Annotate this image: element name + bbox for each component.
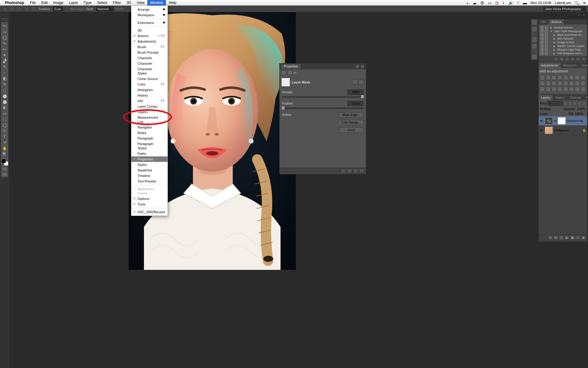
screen-mode-button[interactable] [2, 172, 7, 177]
disclosure-triangle-icon[interactable]: ▶ [553, 37, 556, 40]
antialias-checkbox-label[interactable]: Anti-alias [70, 7, 84, 11]
action-enabled-checkbox[interactable]: ✓ [541, 33, 544, 36]
properties-tab[interactable]: Properties [281, 64, 300, 69]
tool-11[interactable]: ◌ [1, 87, 8, 93]
adjustment-icon-2[interactable] [552, 75, 556, 80]
disclosure-triangle-icon[interactable]: ▶ [553, 34, 556, 36]
new-fill-adjust-icon[interactable]: ◐ [564, 236, 569, 240]
density-slider[interactable] [282, 96, 364, 98]
action-enabled-checkbox[interactable]: ✓ [541, 37, 544, 40]
layers-tab[interactable]: Layers [539, 95, 553, 100]
record-action-icon[interactable] [560, 57, 564, 61]
adjustment-icon-20[interactable] [563, 87, 568, 92]
filter-smart-icon[interactable] [582, 101, 586, 105]
action-row[interactable]: ✓▶Default Actions [540, 26, 586, 29]
menu-window[interactable]: Window [147, 0, 166, 6]
menu-item-notes[interactable]: Notes [131, 130, 168, 136]
properties-panel[interactable]: Properties M... Layer Mask Density: 100% [279, 63, 366, 174]
menu-item-layer-comps[interactable]: Layer Comps [131, 104, 168, 109]
new-selection-button[interactable] [9, 6, 15, 11]
panel-collapse-icon[interactable] [356, 65, 359, 68]
menu-item-styles[interactable]: Styles [131, 162, 168, 167]
adjustment-icon-15[interactable] [581, 81, 586, 86]
tool-21[interactable]: ✋ [1, 145, 8, 151]
tool-18[interactable]: ✎ [1, 128, 8, 134]
battery-icon[interactable]: ▬ [523, 1, 527, 5]
fill-value[interactable]: 100% [575, 112, 586, 116]
foreground-color-swatch[interactable] [2, 159, 6, 163]
cloud-icon[interactable]: ☁ [473, 1, 477, 5]
menu-item-histogram[interactable]: Histogram [131, 87, 168, 93]
tool-4[interactable]: ✂ [1, 46, 8, 52]
spotlight-icon[interactable]: 🔍 [575, 1, 579, 5]
layer-thumbnail[interactable] [545, 127, 553, 134]
quick-mask-button[interactable] [2, 167, 7, 171]
volume-icon[interactable]: 🔊 [508, 1, 513, 5]
layer-style-icon[interactable]: fx [553, 236, 558, 240]
layer-filter-select[interactable]: ≡ [548, 101, 563, 106]
opacity-value[interactable]: 100% [577, 107, 588, 111]
toolbox-grip[interactable] [1, 19, 8, 22]
adjustment-icon-22[interactable] [575, 87, 580, 92]
tool-14[interactable]: ◐ [1, 105, 8, 110]
tool-16[interactable]: ⬚ [1, 116, 8, 122]
menu-item-character[interactable]: Character [131, 61, 168, 66]
adjustment-icon-16[interactable] [540, 87, 545, 92]
tool-19[interactable]: T [1, 134, 8, 140]
menu-item-color[interactable]: ColorF6 [131, 82, 168, 87]
mask-feather-value[interactable]: 0.0 px [348, 101, 364, 106]
adjustment-icon-19[interactable] [557, 87, 562, 92]
add-mask-icon[interactable]: ◯ [559, 236, 564, 240]
adjustment-icon-18[interactable] [552, 87, 556, 92]
tool-10[interactable]: ✎ [1, 81, 8, 87]
adjustment-icon-9[interactable] [546, 81, 551, 86]
folder-icon[interactable]: ▶ [550, 26, 553, 29]
tool-17[interactable]: ◯ [1, 122, 8, 128]
intersect-selection-button[interactable] [31, 6, 37, 11]
tool-7[interactable]: ✎ [1, 64, 8, 70]
delete-mask-icon[interactable] [359, 169, 364, 173]
tool-2[interactable]: ◯ [1, 35, 8, 40]
adjustment-icon-1[interactable] [546, 75, 551, 80]
menu-item-swatches[interactable]: Swatches [131, 167, 168, 173]
folder-icon[interactable]: ▼ [550, 30, 553, 33]
properties-header[interactable]: Properties [280, 63, 366, 69]
adjustment-icon-5[interactable] [569, 75, 574, 80]
adjustment-icon-0[interactable] [540, 75, 545, 80]
tool-13[interactable]: ⬤ [1, 99, 8, 105]
menu-item-dsc-5602flat-psd[interactable]: ✓DSC_5602flat.psd [131, 209, 168, 215]
load-selection-icon[interactable] [341, 169, 346, 173]
tool-20[interactable]: ↗ [1, 140, 8, 145]
tool-3[interactable]: ✎ [1, 40, 8, 46]
new-group-icon[interactable]: ▣ [570, 236, 575, 240]
menu-file[interactable]: File [27, 0, 39, 6]
menu-item-actions[interactable]: ✓Actions⌥F9 [131, 33, 168, 39]
add-vector-mask-button[interactable] [359, 80, 364, 85]
menu-item-properties[interactable]: ✓Properties [131, 156, 168, 162]
menu-item-brush[interactable]: BrushF5 [131, 44, 168, 50]
layer-mask-thumbnail[interactable] [558, 117, 566, 125]
layers-panel[interactable]: Layers History Channel Paths Kind ≡ Mult… [538, 95, 587, 241]
adjustment-icon-13[interactable] [569, 81, 574, 86]
tool-6[interactable]: ▞ [1, 58, 8, 64]
layer-row[interactable]: 👁∿⛓Reduced Highli... [539, 116, 587, 126]
action-dialog-checkbox[interactable] [545, 44, 548, 48]
trash-action-icon[interactable] [582, 57, 586, 61]
density-value[interactable]: 100% [348, 90, 364, 95]
tool-22[interactable]: 🔍 [1, 151, 8, 157]
action-enabled-checkbox[interactable]: ✓ [541, 41, 544, 44]
paths-tab[interactable]: Paths [583, 95, 588, 100]
disclosure-triangle-icon[interactable]: ▶ [553, 52, 556, 55]
panel-menu-icon[interactable] [360, 65, 364, 68]
info-tab[interactable]: Info [539, 19, 549, 25]
navigator-tab[interactable]: Navigato [579, 63, 588, 68]
menu-item-paragraph-styles[interactable]: Paragraph Styles [131, 141, 168, 151]
adjustment-thumbnail[interactable]: ∿ [545, 117, 553, 125]
menu-item-character-styles[interactable]: Character Styles [131, 66, 168, 76]
action-dialog-checkbox[interactable] [545, 26, 548, 29]
layer-row[interactable]: 👁Background🔒 [539, 126, 587, 135]
menu-item-paths[interactable]: Paths [131, 151, 168, 156]
menubar-user[interactable]: LatentLure [555, 1, 571, 5]
action-dialog-checkbox[interactable] [545, 37, 548, 40]
adjustment-icon-6[interactable] [575, 75, 580, 80]
